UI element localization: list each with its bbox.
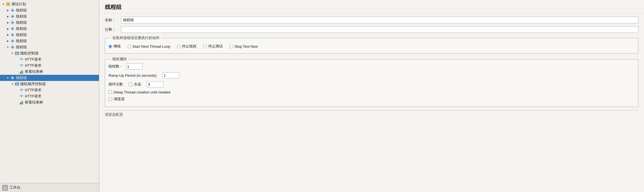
tree-arrow-tg5 — [6, 33, 10, 37]
page-title: 线程组 — [99, 0, 644, 13]
tree-label-tg3: 线程组 — [16, 20, 27, 25]
scheduler-checkbox[interactable] — [108, 97, 112, 101]
name-row: 名称： — [105, 17, 638, 23]
tree-label-rc2: 随机顺序控制器 — [20, 82, 46, 87]
tree-item-tg7[interactable]: 线程组 — [0, 44, 99, 50]
tree-arrow-http1 — [15, 57, 19, 62]
rampup-label: Ramp-Up Period (in seconds): — [108, 73, 157, 78]
plan-icon — [6, 2, 11, 7]
tree-item-http2[interactable]: HTTP请求 — [0, 63, 99, 69]
radio-next-loop-input[interactable] — [127, 45, 131, 48]
svg-point-8 — [12, 40, 13, 42]
svg-point-9 — [12, 46, 13, 48]
main-panel: 线程组 名称： 注释： 在取样器错误后要执行的动作 继续 Start Next … — [99, 0, 644, 192]
loop-forever-checkbox[interactable] — [129, 83, 132, 86]
radio-stop-test[interactable]: 停止测试 — [203, 44, 223, 49]
workbench: 工作台 — [0, 183, 99, 192]
tree-item-http3[interactable]: HTTP请求 — [0, 87, 99, 93]
radio-next-loop[interactable]: Start Next Thread Loop — [127, 44, 170, 49]
workbench-label: 工作台 — [10, 185, 20, 190]
tree-label-http3: HTTP请求 — [25, 88, 41, 93]
radio-stop-thread-input[interactable] — [177, 45, 181, 48]
action-legend: 在取样器错误后要执行的动作 — [111, 36, 161, 40]
svg-rect-28 — [21, 102, 22, 104]
rampup-input[interactable] — [162, 72, 179, 78]
tree-item-http1[interactable]: HTTP请求 — [0, 56, 99, 63]
tree-item-tg2[interactable]: 线程组 — [0, 13, 99, 20]
radio-stop-thread[interactable]: 停止线程 — [177, 44, 196, 49]
tree-label-http4: HTTP请求 — [25, 94, 41, 99]
gear-icon-tg1 — [10, 8, 15, 13]
tree-arrow-view1 — [15, 69, 19, 74]
gear-icon-tg6 — [10, 39, 15, 44]
tree-label-tg4: 线程组 — [16, 27, 27, 31]
comment-row: 注释： — [105, 26, 638, 33]
rampup-row: Ramp-Up Period (in seconds): — [108, 72, 635, 78]
tree-label-root: 测试计划 — [11, 2, 26, 7]
tree-label-view1: 察看结果树 — [25, 69, 43, 74]
tree-label-tg5: 线程组 — [16, 33, 27, 37]
delay-creation-row: Delay Thread creation until needed — [108, 90, 635, 94]
tree-arrow-tg8 — [6, 76, 10, 80]
tree-item-view2[interactable]: 察看结果树 — [0, 99, 99, 105]
svg-rect-16 — [20, 72, 21, 73]
tree-item-tg3[interactable]: 线程组 — [0, 20, 99, 26]
tree-arrow-view2 — [15, 100, 19, 105]
name-label: 名称： — [105, 18, 119, 23]
tree-item-rc2[interactable]: SC 随机顺序控制器 — [0, 81, 99, 87]
gear-icon-tg3 — [10, 20, 15, 25]
tree-item-tg6[interactable]: 线程组 — [0, 38, 99, 44]
tree-item-tg8[interactable]: 线程组 — [0, 75, 99, 81]
sidebar: 测试计划 线程组 线程组 线程组 — [0, 0, 99, 192]
tree-arrow-rc1 — [10, 51, 15, 56]
tree-item-tg5[interactable]: 线程组 — [0, 32, 99, 38]
svg-point-7 — [12, 34, 13, 36]
loop-label: 循环次数 — [108, 82, 123, 87]
svg-rect-29 — [22, 101, 23, 104]
gear-icon-tg7 — [10, 45, 15, 50]
tree-item-tg4[interactable]: 线程组 — [0, 26, 99, 32]
radio-continue[interactable]: 继续 — [108, 44, 121, 49]
tree-arrow-http4 — [15, 94, 19, 99]
comment-label: 注释： — [105, 27, 119, 32]
comment-input[interactable] — [121, 26, 638, 33]
loop-count-input[interactable] — [147, 81, 164, 87]
loop-row: 循环次数 永远 — [108, 81, 635, 87]
svg-rect-18 — [22, 70, 23, 73]
delay-creation-checkbox[interactable] — [108, 90, 112, 94]
svg-point-20 — [12, 77, 13, 79]
radio-stop-now[interactable]: Stop Test Now — [229, 44, 258, 49]
tree-item-tg1[interactable]: 线程组 — [0, 7, 99, 13]
tree-item-http4[interactable]: HTTP请求 — [0, 93, 99, 99]
svg-rect-17 — [21, 71, 22, 73]
tree-item-rc1[interactable]: RC 随机控制器 — [0, 50, 99, 56]
tree-label-rc1: 随机控制器 — [20, 51, 39, 56]
tree-item-view1[interactable]: 察看结果树 — [0, 69, 99, 75]
tree-label-tg7: 线程组 — [16, 45, 27, 50]
http-icon-4 — [19, 94, 24, 99]
svg-point-4 — [12, 16, 13, 17]
name-input[interactable] — [121, 17, 638, 23]
gear-icon-tg8 — [10, 75, 15, 80]
tree-label-tg6: 线程组 — [16, 39, 27, 44]
thread-count-label: 线程数： — [108, 64, 123, 69]
tree-container: 测试计划 线程组 线程组 线程组 — [0, 0, 99, 183]
scheduler-config-label: 调度器配置 — [105, 112, 638, 117]
tree-arrow-http3 — [15, 88, 19, 92]
scheduler-row: 调度器 — [108, 97, 635, 102]
tree-item-root[interactable]: 测试计划 — [0, 1, 99, 7]
thread-count-input[interactable] — [126, 63, 143, 69]
radio-stop-now-input[interactable] — [229, 45, 233, 48]
radio-stop-thread-label: 停止线程 — [182, 44, 196, 49]
radio-group: 继续 Start Next Thread Loop 停止线程 停止测试 Stop… — [108, 42, 635, 51]
http-icon-3 — [19, 88, 24, 93]
tree-label-http2: HTTP请求 — [25, 63, 41, 68]
thread-count-row: 线程数： — [108, 63, 635, 69]
tree-label-view2: 察看结果树 — [25, 100, 43, 105]
svg-point-6 — [12, 28, 13, 30]
tree-arrow-tg6 — [6, 39, 10, 43]
radio-continue-input[interactable] — [108, 45, 112, 48]
http-icon-1 — [19, 57, 24, 62]
radio-stop-test-input[interactable] — [203, 45, 207, 48]
tree-label-tg8: 线程组 — [16, 76, 27, 80]
